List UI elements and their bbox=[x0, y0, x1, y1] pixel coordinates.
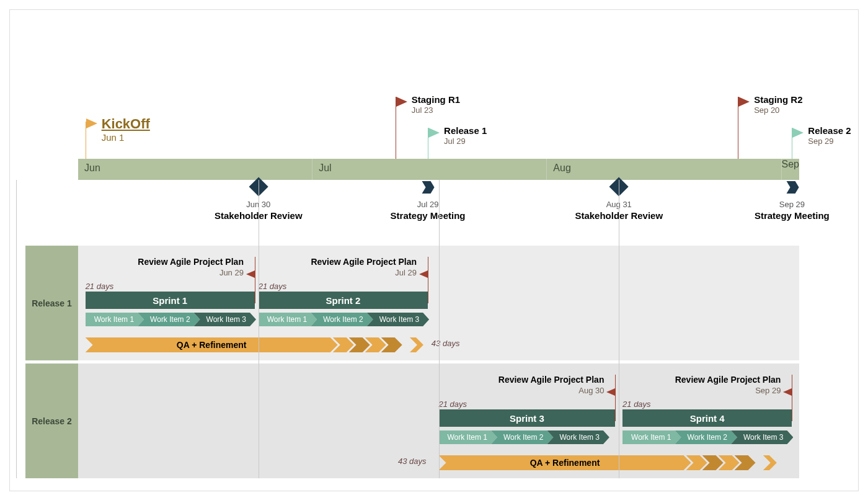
flag-date: Jul 29 bbox=[444, 136, 487, 146]
axis-month: Sep bbox=[782, 159, 799, 180]
diamond-icon bbox=[609, 177, 629, 196]
meeting-title: Strategy Meeting bbox=[391, 210, 466, 221]
flag-title: Staging R2 bbox=[754, 94, 802, 105]
work-item[interactable]: Work Item 2 bbox=[491, 430, 553, 444]
review-title: Review Agile Project Plan bbox=[138, 257, 255, 267]
review-marker: Review Agile Project PlanJun 29 bbox=[138, 257, 255, 277]
review-stick bbox=[255, 257, 255, 303]
gantt-frame: KickOffJun 1Staging R1Jul 23Release 1Jul… bbox=[9, 9, 859, 491]
work-item[interactable]: Work Item 1 bbox=[439, 430, 497, 444]
review-title: Review Agile Project Plan bbox=[311, 257, 428, 267]
review-date: Aug 30 bbox=[498, 386, 616, 395]
sprint-bar[interactable]: Sprint 2 bbox=[259, 292, 428, 309]
review-date: Jun 29 bbox=[138, 268, 255, 277]
flag-icon bbox=[86, 118, 97, 128]
review-marker: Review Agile Project PlanAug 30 bbox=[498, 375, 616, 395]
review-marker: Review Agile Project PlanJul 29 bbox=[311, 257, 428, 277]
flag-icon bbox=[428, 128, 440, 138]
work-item[interactable]: Work Item 3 bbox=[367, 313, 429, 326]
qa-bar[interactable]: QA + Refinement bbox=[439, 455, 691, 470]
flag-icon bbox=[792, 128, 804, 138]
pennant-icon bbox=[783, 388, 792, 396]
work-item-row: Work Item 1Work Item 2Work Item 3 bbox=[439, 430, 609, 444]
sprint-bar[interactable]: Sprint 1 bbox=[86, 292, 255, 309]
milestones-area: KickOffJun 1Staging R1Jul 23Release 1Jul… bbox=[78, 16, 799, 159]
meeting-sr1: Jun 30Stakeholder Review bbox=[215, 180, 303, 221]
review-date: Jul 29 bbox=[311, 268, 428, 277]
sprint-duration: 21 days bbox=[439, 399, 467, 409]
sprint-duration: 21 days bbox=[86, 282, 114, 291]
work-item[interactable]: Work Item 2 bbox=[138, 313, 200, 326]
sprint-bar[interactable]: Sprint 4 bbox=[622, 409, 792, 427]
gantt-chart: KickOffJun 1Staging R1Jul 23Release 1Jul… bbox=[16, 16, 852, 481]
chevron-icon bbox=[763, 455, 777, 470]
flag-date: Jun 1 bbox=[102, 132, 150, 143]
arrow-icon bbox=[421, 180, 435, 194]
work-item[interactable]: Work Item 1 bbox=[86, 313, 144, 326]
meetings-area: Jun 30Stakeholder ReviewJul 29Strategy M… bbox=[78, 180, 799, 236]
work-item[interactable]: Work Item 2 bbox=[675, 430, 737, 444]
chevron-icon bbox=[410, 337, 423, 352]
work-item[interactable]: Work Item 3 bbox=[547, 430, 609, 444]
meeting-title: Stakeholder Review bbox=[215, 210, 303, 221]
lane: Review Agile Project PlanJun 29Review Ag… bbox=[78, 246, 799, 360]
meeting-title: Strategy Meeting bbox=[755, 210, 830, 221]
lane-label: Release 1 bbox=[25, 246, 78, 360]
review-stick bbox=[428, 257, 428, 303]
sprint-duration: 21 days bbox=[259, 282, 287, 291]
axis-month: Jul bbox=[312, 159, 547, 180]
flag-title: Release 1 bbox=[444, 125, 487, 136]
flag-icon bbox=[396, 97, 407, 107]
work-item-row: Work Item 1Work Item 2Work Item 3 bbox=[259, 313, 429, 326]
flag-title: Staging R1 bbox=[412, 94, 460, 105]
work-item-row: Work Item 1Work Item 2Work Item 3 bbox=[86, 313, 256, 326]
meeting-date: Sep 29 bbox=[755, 200, 830, 209]
flag-title: Release 2 bbox=[808, 125, 851, 136]
flag-date: Sep 29 bbox=[808, 136, 851, 146]
work-item-row: Work Item 1Work Item 2Work Item 3 bbox=[622, 430, 793, 444]
review-stick bbox=[615, 375, 616, 421]
flag-date: Sep 20 bbox=[754, 105, 802, 115]
gridline bbox=[16, 180, 17, 478]
review-stick bbox=[792, 375, 792, 421]
flag-icon bbox=[738, 97, 750, 107]
meeting-date: Jul 29 bbox=[391, 200, 466, 209]
axis-month: Aug bbox=[547, 159, 781, 180]
sprint-duration: 21 days bbox=[622, 399, 651, 409]
diamond-icon bbox=[249, 177, 268, 196]
sprint-bar[interactable]: Sprint 3 bbox=[439, 409, 616, 427]
lane-label: Release 2 bbox=[25, 363, 78, 478]
work-item[interactable]: Work Item 1 bbox=[259, 313, 317, 326]
review-title: Review Agile Project Plan bbox=[675, 375, 792, 385]
meeting-date: Aug 31 bbox=[575, 200, 663, 209]
review-title: Review Agile Project Plan bbox=[498, 375, 616, 385]
axis-month: Jun bbox=[78, 159, 312, 180]
work-item[interactable]: Work Item 3 bbox=[731, 430, 793, 444]
qa-arrows bbox=[691, 455, 756, 470]
flag-date: Jul 23 bbox=[412, 105, 460, 115]
pennant-icon bbox=[419, 270, 428, 278]
flag-title: KickOff bbox=[102, 116, 150, 132]
pennant-icon bbox=[246, 270, 255, 278]
work-item[interactable]: Work Item 1 bbox=[622, 430, 681, 444]
review-marker: Review Agile Project PlanSep 29 bbox=[675, 375, 792, 395]
qa-arrows bbox=[338, 337, 402, 352]
meeting-sm1: Jul 29Strategy Meeting bbox=[391, 180, 466, 221]
qa-bar[interactable]: QA + Refinement bbox=[86, 337, 338, 352]
review-date: Sep 29 bbox=[675, 386, 792, 395]
timeline-axis: JunJulAugSep bbox=[78, 159, 799, 180]
work-item[interactable]: Work Item 2 bbox=[311, 313, 373, 326]
lane: Review Agile Project PlanAug 30Review Ag… bbox=[78, 363, 799, 478]
arrow-icon bbox=[785, 180, 799, 194]
pennant-icon bbox=[606, 388, 615, 396]
meeting-date: Jun 30 bbox=[215, 200, 303, 209]
meeting-sm2: Sep 29Strategy Meeting bbox=[755, 180, 830, 221]
qa-duration: 43 days bbox=[432, 339, 460, 348]
qa-duration: 43 days bbox=[398, 457, 433, 466]
work-item[interactable]: Work Item 3 bbox=[194, 313, 256, 326]
meeting-title: Stakeholder Review bbox=[575, 210, 663, 221]
meeting-sr2: Aug 31Stakeholder Review bbox=[575, 180, 663, 221]
